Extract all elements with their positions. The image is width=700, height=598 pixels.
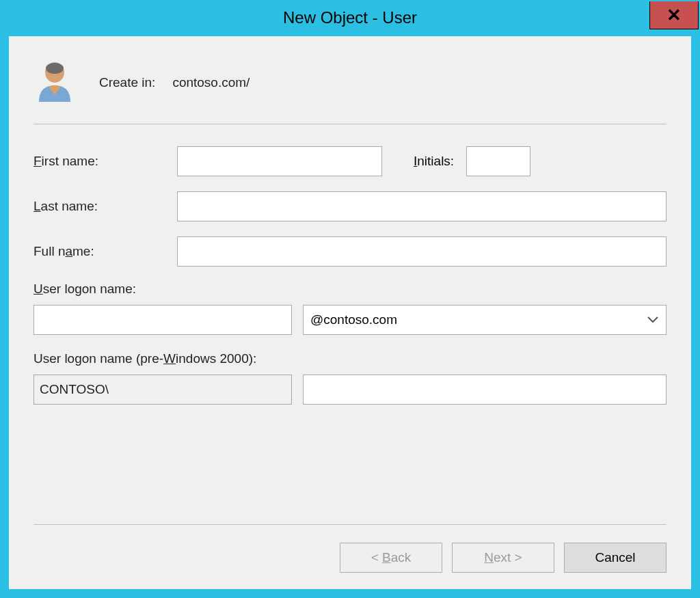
initials-label: Initials: [414,154,454,169]
pre2000-domain-display: CONTOSO\ [33,375,292,405]
form-area: First name: Initials: Last name: Full na… [33,146,667,524]
header-row: Create in: contoso.com/ [35,59,667,106]
create-in-row: Create in: contoso.com/ [99,75,250,90]
row-first-name: First name: Initials: [33,146,667,176]
close-button[interactable]: ✕ [649,1,699,29]
first-name-input[interactable] [177,146,382,176]
full-name-input[interactable] [177,236,667,267]
cancel-button[interactable]: Cancel [564,543,667,573]
titlebar: New Object - User ✕ [1,1,699,34]
divider-top [33,124,667,124]
user-icon [35,59,75,106]
footer: < Back Next > Cancel [33,524,667,573]
pre2000-label: User logon name (pre-Windows 2000): [33,351,667,366]
row-full-name: Full name: [33,236,667,267]
full-name-label: Full name: [33,244,177,259]
divider-bottom [33,524,667,525]
last-name-label: Last name: [33,199,177,214]
window-title: New Object - User [283,8,417,27]
row-logon: @contoso.com [33,305,667,335]
row-pre2000: CONTOSO\ [33,375,667,405]
dialog-content: Create in: contoso.com/ First name: Init… [9,36,691,589]
row-last-name: Last name: [33,191,667,221]
create-in-path: contoso.com/ [172,75,250,90]
close-icon: ✕ [667,6,682,24]
last-name-input[interactable] [177,191,667,221]
logon-name-label: User logon name: [33,282,667,297]
svg-point-1 [46,63,64,74]
first-name-label: First name: [33,154,177,169]
dialog-window: New Object - User ✕ Create in: contoso.c… [0,0,700,598]
pre2000-username-input[interactable] [303,375,667,405]
initials-input[interactable] [466,146,530,176]
domain-selected-value: @contoso.com [310,312,397,327]
button-row: < Back Next > Cancel [33,543,667,573]
next-button[interactable]: Next > [452,543,554,573]
content-wrapper: Create in: contoso.com/ First name: Init… [1,34,699,597]
logon-name-input[interactable] [33,305,292,335]
back-button[interactable]: < Back [340,543,442,573]
domain-select[interactable]: @contoso.com [303,305,667,335]
create-in-label: Create in: [99,75,155,90]
